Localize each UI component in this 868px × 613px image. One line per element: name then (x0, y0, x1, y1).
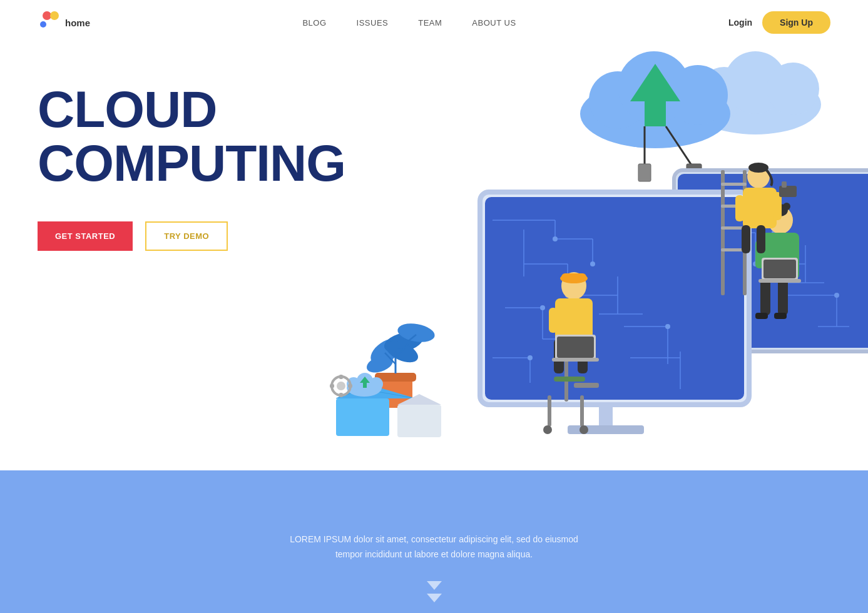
svg-rect-105 (743, 188, 777, 228)
svg-point-114 (366, 333, 406, 370)
svg-point-57 (584, 337, 589, 342)
svg-rect-112 (379, 377, 412, 408)
svg-point-48 (590, 261, 595, 266)
svg-rect-89 (778, 278, 788, 315)
svg-point-118 (364, 352, 396, 376)
svg-point-127 (347, 379, 382, 397)
svg-point-128 (347, 377, 360, 391)
hero-content: CLOUD COMPUTING GET STARTED TRY DEMO (38, 83, 338, 251)
svg-rect-109 (773, 192, 782, 220)
svg-rect-91 (790, 239, 799, 269)
svg-point-104 (748, 163, 768, 173)
svg-point-115 (382, 328, 426, 357)
logo-circle-yellow (50, 11, 59, 20)
svg-rect-12 (687, 164, 702, 176)
svg-rect-110 (779, 186, 797, 197)
svg-rect-136 (330, 384, 334, 388)
svg-point-2 (724, 51, 787, 114)
svg-point-27 (753, 261, 758, 266)
scroll-arrow-2 (427, 594, 442, 602)
svg-point-117 (382, 336, 422, 367)
svg-rect-82 (557, 337, 594, 358)
svg-rect-11 (638, 164, 651, 181)
svg-rect-87 (762, 233, 799, 280)
svg-rect-81 (555, 335, 596, 360)
svg-rect-97 (721, 170, 725, 295)
svg-rect-80 (561, 273, 586, 281)
svg-point-133 (337, 382, 345, 390)
footer-section: LOREM IPSUM dolor sit amet, consectetur … (0, 470, 868, 613)
svg-rect-102 (721, 248, 747, 251)
svg-marker-8 (630, 64, 680, 126)
svg-rect-137 (348, 384, 352, 388)
svg-point-63 (528, 355, 533, 360)
svg-rect-135 (339, 393, 343, 397)
scroll-arrows[interactable] (427, 581, 442, 602)
svg-rect-101 (721, 226, 747, 230)
try-demo-button[interactable]: TRY DEMO (145, 221, 228, 251)
logo[interactable]: home (38, 11, 90, 34)
hero-section: CLOUD COMPUTING GET STARTED TRY DEMO (0, 45, 868, 470)
svg-point-116 (396, 321, 436, 345)
svg-point-25 (740, 211, 745, 216)
login-button[interactable]: Login (728, 18, 752, 28)
svg-line-125 (336, 389, 363, 398)
svg-rect-113 (375, 373, 416, 382)
svg-marker-139 (397, 394, 441, 405)
svg-point-86 (783, 203, 790, 210)
signup-button[interactable]: Sign Up (762, 11, 830, 34)
svg-rect-78 (584, 306, 593, 335)
svg-rect-75 (554, 339, 564, 373)
svg-rect-107 (757, 225, 765, 253)
footer-body-text: LOREM IPSUM dolor sit amet, consectetur … (278, 532, 591, 562)
svg-point-132 (332, 377, 350, 395)
svg-point-103 (747, 165, 770, 188)
svg-point-34 (834, 293, 839, 298)
hero-title-line1: CLOUD (38, 81, 217, 138)
svg-point-3 (767, 63, 819, 115)
svg-rect-76 (578, 339, 588, 373)
nav-actions: Login Sign Up (728, 11, 830, 34)
svg-rect-106 (742, 225, 750, 253)
svg-rect-35 (480, 192, 749, 405)
svg-point-26 (772, 230, 777, 235)
svg-point-5 (589, 71, 646, 129)
svg-rect-95 (755, 313, 768, 319)
svg-point-71 (580, 425, 588, 434)
svg-point-85 (773, 204, 788, 216)
nav-link-about-us[interactable]: ABOUT US (472, 18, 516, 28)
svg-point-58 (665, 324, 670, 329)
scroll-arrow-1 (427, 581, 442, 590)
logo-text: home (65, 18, 90, 28)
hero-title-line2: COMPUTING (38, 136, 338, 190)
svg-point-6 (618, 51, 690, 124)
svg-line-121 (396, 344, 408, 358)
svg-point-0 (690, 74, 821, 134)
svg-point-33 (740, 280, 745, 285)
svg-point-1 (699, 67, 749, 117)
svg-marker-131 (360, 377, 370, 388)
svg-rect-96 (774, 313, 787, 319)
nav-link-team[interactable]: TEAM (418, 18, 442, 28)
svg-rect-111 (782, 181, 787, 188)
svg-point-70 (543, 425, 552, 434)
hero-title: CLOUD COMPUTING (38, 83, 338, 190)
svg-point-84 (768, 206, 793, 234)
nav-link-blog[interactable]: BLOG (302, 18, 326, 28)
svg-rect-93 (763, 260, 796, 278)
svg-rect-68 (548, 395, 551, 427)
nav-link-issues[interactable]: ISSUES (357, 18, 389, 28)
get-started-button[interactable]: GET STARTED (38, 221, 133, 251)
svg-rect-36 (485, 197, 744, 400)
svg-point-79 (560, 273, 588, 283)
svg-rect-88 (760, 278, 770, 315)
svg-rect-138 (397, 405, 441, 437)
svg-rect-98 (743, 170, 747, 295)
logo-icon (38, 11, 60, 34)
svg-rect-66 (564, 352, 568, 402)
svg-line-120 (385, 353, 396, 364)
hero-illustration (305, 45, 868, 470)
svg-point-56 (540, 305, 545, 310)
svg-rect-64 (599, 403, 613, 427)
svg-rect-69 (580, 395, 584, 427)
